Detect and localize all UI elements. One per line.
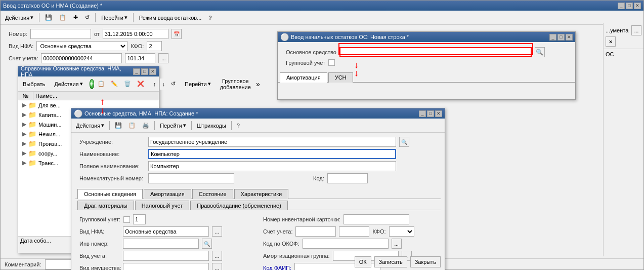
- ne-maximize-btn[interactable]: □: [557, 34, 565, 41]
- asset-search-btn[interactable]: 🔍: [535, 47, 545, 57]
- ref-btn4[interactable]: ❌: [135, 79, 147, 90]
- full-name-input[interactable]: [148, 161, 396, 171]
- tab-tax-account[interactable]: Налоговый учет: [135, 201, 190, 210]
- cr-maximize-btn[interactable]: □: [427, 110, 434, 117]
- ref-btn5[interactable]: ↑: [151, 79, 159, 90]
- tab-amortization[interactable]: Амортизация: [280, 72, 327, 83]
- help-btn[interactable]: ?: [206, 12, 214, 23]
- okof-input[interactable]: [303, 239, 389, 249]
- ref-btn1[interactable]: 📋: [95, 79, 107, 90]
- asset-input[interactable]: [339, 47, 532, 57]
- minimize-btn[interactable]: _: [618, 3, 625, 9]
- ref-select-btn[interactable]: Выбрать: [20, 79, 48, 90]
- cr-sep2: [154, 121, 155, 130]
- save-btn[interactable]: Записать: [374, 256, 407, 267]
- inv-input[interactable]: [123, 239, 199, 249]
- main-titlebar: Ввод остатков ОС и НМА (Создание) * _ □ …: [1, 1, 643, 11]
- reference-window-controls[interactable]: _ □ ✕: [133, 68, 156, 75]
- cr-sep3: [191, 121, 192, 130]
- ref-minimize-btn[interactable]: _: [133, 68, 140, 75]
- close-form-btn[interactable]: Закрыть: [410, 256, 441, 267]
- maximize-btn[interactable]: □: [626, 3, 633, 9]
- acc-type-browse[interactable]: ...: [212, 251, 222, 261]
- cr-actions-btn[interactable]: Действия▾: [73, 120, 107, 131]
- type-nfa-browse[interactable]: ...: [212, 226, 222, 237]
- gr-acc-num[interactable]: [133, 214, 146, 224]
- gr-acc-label: Групповой учет:: [79, 216, 120, 222]
- cr-help-btn[interactable]: ?: [234, 120, 242, 131]
- ref-btn3[interactable]: 🗑️: [121, 79, 134, 90]
- code-input[interactable]: [327, 173, 368, 183]
- account-num-input[interactable]: [125, 53, 155, 63]
- ref-close-btn[interactable]: ✕: [149, 68, 156, 75]
- ref-btn2[interactable]: ✏️: [108, 79, 120, 90]
- number-input[interactable]: [30, 29, 91, 39]
- add-btn[interactable]: ✚: [71, 12, 80, 23]
- ne-close-btn[interactable]: ✕: [566, 34, 573, 41]
- type-nfa-input[interactable]: [123, 226, 209, 237]
- ref-expand-btn[interactable]: »: [254, 79, 262, 90]
- save-disk-btn[interactable]: 💾: [42, 12, 55, 23]
- account-input[interactable]: [41, 53, 122, 63]
- right-browse-btn[interactable]: ...: [631, 25, 641, 35]
- gr-acc-checkbox[interactable]: [123, 216, 130, 223]
- cr-minimize-btn[interactable]: _: [419, 110, 426, 117]
- inv-card-input[interactable]: [344, 214, 409, 224]
- institution-input[interactable]: [148, 137, 396, 147]
- type-select[interactable]: Основные средства: [36, 41, 127, 51]
- ref-refresh-btn[interactable]: ↺: [168, 79, 178, 90]
- creation-controls[interactable]: _ □ ✕: [419, 110, 442, 117]
- kfo-input[interactable]: [147, 41, 162, 51]
- right-close-btn[interactable]: ✕: [606, 36, 616, 47]
- ref-actions-btn[interactable]: Действия▾: [52, 79, 85, 90]
- inv-search-btn[interactable]: 🔍: [202, 239, 212, 249]
- reference-title: Справочник Основные средства, НМА, НПА: [21, 65, 133, 78]
- cr-save-btn[interactable]: 💾: [112, 120, 124, 131]
- nom-input[interactable]: [148, 173, 234, 183]
- right-panel-header: ...ументa ... ✕: [604, 23, 643, 49]
- cr-go-btn[interactable]: Перейти▾: [157, 120, 189, 131]
- tab-usn[interactable]: УСН: [328, 72, 353, 83]
- new-entry-controls[interactable]: _ □ ✕: [549, 34, 573, 41]
- ne-minimize-btn[interactable]: _: [549, 34, 556, 41]
- tab-drag-materials[interactable]: Драг. материалы: [77, 201, 134, 210]
- group-checkbox[interactable]: [328, 59, 335, 66]
- actions-btn[interactable]: Действия ▾: [3, 12, 36, 23]
- tab-state[interactable]: Состояние: [192, 189, 233, 199]
- cr-print-btn[interactable]: 🖨️: [140, 120, 152, 131]
- tab-amortization[interactable]: Амортизация: [144, 189, 191, 199]
- right-doc-label: ...ументa: [606, 27, 628, 33]
- prop-type-input[interactable]: [123, 263, 209, 270]
- copy-btn[interactable]: 📋: [57, 12, 69, 23]
- cr-acc-input[interactable]: [295, 226, 336, 237]
- tab-rights[interactable]: Правообладание (обременение): [190, 201, 288, 210]
- date-browse-btn[interactable]: 📅: [171, 29, 182, 39]
- account-browse-btn[interactable]: ...: [158, 53, 168, 63]
- ref-go-btn[interactable]: Перейти▾: [182, 79, 213, 90]
- go-btn[interactable]: Перейти ▾: [99, 12, 130, 23]
- close-btn[interactable]: ✕: [634, 3, 641, 9]
- ref-maximize-btn[interactable]: □: [141, 68, 148, 75]
- ok-btn[interactable]: ОК: [355, 256, 371, 267]
- cr-close-btn[interactable]: ✕: [435, 110, 442, 117]
- okof-browse[interactable]: ...: [392, 239, 402, 249]
- main-window-controls[interactable]: _ □ ✕: [618, 3, 641, 9]
- refresh-btn[interactable]: ↺: [82, 12, 92, 23]
- entry-icon: ⚪: [280, 33, 289, 41]
- cr-barcodes-btn[interactable]: Штрихкоды: [194, 120, 229, 131]
- institution-browse-btn[interactable]: 🔍: [399, 137, 409, 147]
- cr-kfo-select[interactable]: [389, 226, 414, 237]
- cr-acc2-input[interactable]: [339, 226, 369, 237]
- ref-btn6[interactable]: ↓: [160, 79, 168, 90]
- sep2: [95, 13, 96, 22]
- date-input[interactable]: [103, 29, 168, 39]
- ref-add-green-btn[interactable]: +: [90, 79, 95, 89]
- ref-group-add-btn[interactable]: Групповое добавление: [218, 79, 253, 90]
- cr-copy-btn[interactable]: 📋: [126, 120, 138, 131]
- tab-main-info[interactable]: Основные сведения: [77, 189, 143, 199]
- mode-btn[interactable]: Режим ввода остатков...: [137, 12, 204, 23]
- prop-browse[interactable]: ...: [212, 263, 222, 270]
- acc-type-input[interactable]: [123, 251, 209, 261]
- name-input[interactable]: [148, 149, 396, 159]
- tab-characteristics[interactable]: Характеристики: [234, 189, 289, 199]
